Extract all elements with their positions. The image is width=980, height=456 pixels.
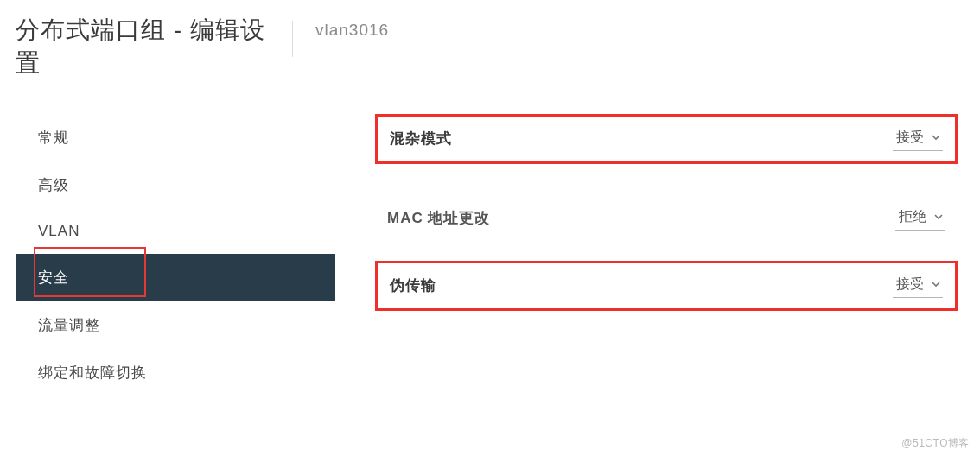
chevron-down-icon	[931, 279, 941, 289]
row-promiscuous: 混杂模式 接受	[375, 114, 958, 164]
row-label: MAC 地址更改	[387, 208, 490, 228]
page-root: 分布式端口组 - 编辑设置 vlan3016 常规 高级 VLAN 安全 流量调…	[0, 0, 980, 456]
main-panel: 混杂模式 接受 MAC 地址更改 拒绝	[335, 114, 964, 396]
header-divider	[292, 21, 293, 57]
sidebar: 常规 高级 VLAN 安全 流量调整 绑定和故障切换	[16, 114, 335, 396]
sidebar-item-traffic[interactable]: 流量调整	[16, 301, 335, 349]
select-value: 拒绝	[899, 208, 926, 226]
sidebar-item-label: 流量调整	[38, 317, 100, 333]
sidebar-item-advanced[interactable]: 高级	[16, 162, 335, 209]
promiscuous-select[interactable]: 接受	[893, 127, 943, 151]
spacer	[375, 164, 958, 197]
page-header: 分布式端口组 - 编辑设置 vlan3016	[16, 14, 964, 79]
sidebar-item-vlan[interactable]: VLAN	[16, 209, 335, 254]
sidebar-item-label: 高级	[38, 177, 69, 193]
select-value: 接受	[896, 129, 924, 147]
page-subtitle: vlan3016	[315, 21, 389, 40]
sidebar-item-label: 绑定和故障切换	[38, 364, 147, 381]
row-mac-changes: MAC 地址更改 拒绝	[375, 197, 958, 240]
select-value: 接受	[896, 276, 924, 294]
sidebar-item-label: VLAN	[38, 223, 80, 239]
row-label: 混杂模式	[390, 129, 452, 149]
chevron-down-icon	[931, 132, 941, 142]
page-body: 常规 高级 VLAN 安全 流量调整 绑定和故障切换 混杂模式 接受 MAC 地…	[16, 114, 964, 396]
sidebar-item-security[interactable]: 安全	[16, 254, 335, 301]
page-title: 分布式端口组 - 编辑设置	[16, 14, 266, 79]
mac-changes-select[interactable]: 拒绝	[895, 206, 945, 231]
forged-transmits-select[interactable]: 接受	[893, 274, 943, 298]
sidebar-item-general[interactable]: 常规	[16, 114, 335, 162]
sidebar-item-label: 常规	[38, 130, 69, 146]
watermark: @51CTO博客	[901, 436, 970, 451]
sidebar-item-teaming[interactable]: 绑定和故障切换	[16, 349, 335, 396]
chevron-down-icon	[933, 212, 944, 222]
row-label: 伪传输	[390, 276, 436, 295]
sidebar-item-label: 安全	[38, 269, 69, 286]
spacer	[375, 240, 958, 261]
row-forged-transmits: 伪传输 接受	[375, 261, 958, 311]
